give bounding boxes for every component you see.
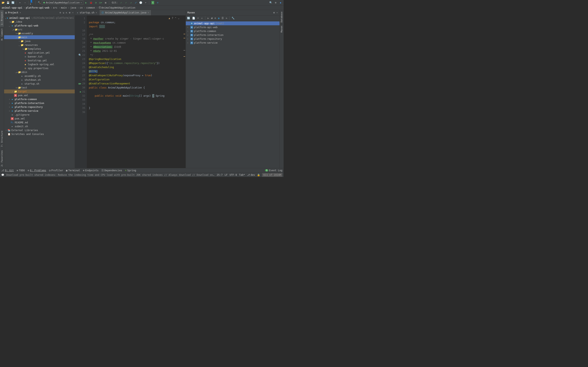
tree-node[interactable]: ▸ submit.sh (4, 124, 75, 128)
inspection-indicator[interactable]: ▲ 7 ⌃ ⌄ (169, 17, 180, 20)
tree-node[interactable]: ›▸📁 templates (4, 47, 75, 51)
tree-scratches[interactable]: 📋 Scratches and Consoles (4, 132, 75, 136)
breadcrumb-item[interactable]: src (53, 6, 60, 9)
git-commit-icon[interactable]: ✓ (124, 0, 128, 5)
git-fetch-icon[interactable]: ⤢ (134, 0, 138, 5)
breadcrumb-item[interactable]: cn (80, 6, 85, 9)
breadcrumb-item[interactable]: common (86, 6, 98, 9)
notifications-icon[interactable]: 💬 (1, 174, 4, 176)
lock-icon[interactable]: 🔒 (257, 174, 260, 176)
run-icon[interactable]: ▶ (84, 0, 88, 5)
assist-icon[interactable]: ◆ (278, 0, 283, 5)
run-config-selector[interactable]: AnimalAppWebApplication ▾ (42, 0, 83, 5)
skip-tests-icon[interactable]: ⊘ (215, 17, 216, 20)
status-message[interactable]: Download pre-built shared indexes: Reduc… (6, 174, 215, 176)
event-log-button[interactable]: 1 Event Log (265, 169, 282, 172)
tree-node[interactable]: ⚙ spy.properties (4, 66, 75, 70)
collapse-icon[interactable]: ⇱ (66, 11, 67, 14)
sync-icon[interactable]: 🔄 (11, 0, 15, 5)
codewithin-icon[interactable]: ⌘ (150, 0, 155, 5)
tree-node[interactable]: ›▪ platform-interaction (4, 101, 75, 105)
tree-node[interactable]: ⌄▸📁 sbin (4, 70, 75, 74)
tree-external-libs[interactable]: ›📚 External Libraries (4, 128, 75, 132)
cursor-position[interactable]: 25:7 (217, 174, 223, 176)
search-icon[interactable]: 🔍 (268, 0, 273, 5)
tree-node[interactable]: ›▸📁 assembly (4, 31, 75, 35)
tree-node[interactable]: ›▪ platform-service (4, 109, 75, 113)
editor-body[interactable]: ▲ 7 ⌃ ⌄ 12161718192021🔍22232425262728◉▶2… (75, 16, 186, 168)
git-history-icon[interactable]: 🕓 (138, 0, 143, 5)
profile-icon[interactable]: ◷▾ (98, 0, 103, 5)
tree-node[interactable]: ▸ shutdown.sh (4, 78, 75, 82)
bottom-tab-profiler[interactable]: ◷ Profiler (49, 169, 63, 172)
tree-node[interactable]: ›▪ platform-common (4, 97, 75, 101)
rail-tab-structure[interactable]: 7: Structure (0, 129, 4, 149)
maven-module[interactable]: ›m platform-service (186, 41, 279, 45)
coverage-icon[interactable]: ◔ (94, 0, 98, 5)
wrench-icon[interactable]: 🔧 (232, 17, 234, 20)
minimize-icon[interactable]: — (277, 11, 278, 14)
open-icon[interactable]: 📂 (1, 0, 5, 5)
line-ending[interactable]: LF (225, 174, 227, 176)
tree-node[interactable]: ›📁 target (4, 90, 75, 93)
settings-icon[interactable]: ⚙ (273, 0, 278, 5)
bottom-tab-terminal[interactable]: ▣ Terminal (66, 169, 80, 172)
tree-node[interactable]: ⌄▸📁 main (4, 35, 75, 39)
rail-tab-favorites[interactable]: 2: Favorites (0, 149, 4, 168)
save-icon[interactable]: 💾 (6, 0, 10, 5)
encoding[interactable]: UTF-8 (230, 174, 237, 176)
bottom-tab-endpoints[interactable]: ⊕ Endpoints (83, 169, 98, 172)
rail-tab-commit[interactable]: 0: Commit (0, 27, 4, 42)
breadcrumb-item[interactable]: ⓒ AnimalAppWebApplication (99, 6, 137, 9)
expand-icon[interactable]: ⇲ (63, 11, 64, 14)
maven-module[interactable]: ›m platform-common (186, 29, 279, 33)
tree-node[interactable]: ›▸📁 .idea (4, 20, 75, 24)
tab-startup[interactable]: ▸ startup.sh × (75, 10, 99, 15)
close-icon[interactable]: × (95, 11, 97, 14)
rail-tab-project[interactable]: 1: Project (0, 10, 4, 27)
tree-node[interactable]: ›▸📁 test (4, 86, 75, 90)
memory-indicator[interactable]: 611 of 1024M (262, 173, 282, 177)
offline-icon[interactable]: ◉ (218, 17, 219, 20)
bottom-tab-todo[interactable]: ≡ TODO (17, 169, 25, 172)
bottom-tab-problems[interactable]: ⊙ 6: Problems (28, 169, 46, 172)
git-push-icon[interactable]: ↗ (129, 0, 133, 5)
tree-node[interactable]: ⌄▪ platform-api-web (4, 24, 75, 27)
maven-module[interactable]: ›m platform-interaction (186, 33, 279, 37)
rail-tab-database[interactable]: Database (280, 10, 283, 24)
gear-icon[interactable]: ⚙ (273, 11, 275, 14)
git-rollback-icon[interactable]: ↶ (143, 0, 148, 5)
tree-node[interactable]: ◆ application.yml (4, 51, 75, 55)
error-stripe[interactable] (183, 16, 186, 168)
tree-node[interactable]: m pom.xml (4, 93, 75, 97)
tree-node[interactable]: m pom.xml (4, 117, 75, 120)
editor-code[interactable]: package cn.common; import ... /** * @aut… (87, 16, 186, 168)
maven-module[interactable]: ›m platform-api-web (186, 25, 279, 29)
breadcrumb-item[interactable]: platform-api-web (26, 6, 52, 9)
breadcrumb-item[interactable]: animal-app-api (2, 6, 25, 9)
debug-icon[interactable]: 🐞 (89, 0, 93, 5)
breadcrumb-item[interactable]: main (61, 6, 69, 9)
tree-node[interactable]: ≡ banner.txt (4, 55, 75, 58)
tree-node[interactable]: ≡ .gitignore (4, 113, 75, 117)
bottom-tab-spring[interactable]: ⚘ Spring (125, 169, 136, 172)
gear-icon[interactable]: ⚙ (69, 11, 70, 14)
back-icon[interactable]: ← (18, 0, 22, 5)
bottom-tab-git[interactable]: ⎇ 9: Git (1, 169, 14, 172)
git-branch[interactable]: ⎇ dev (247, 174, 255, 176)
tree-node[interactable]: ›▪ platform-repository (4, 105, 75, 109)
tree-node[interactable]: M↓ README.md (4, 120, 75, 124)
tree-node[interactable]: ▸ startup.sh (4, 82, 75, 86)
forward-icon[interactable]: → (23, 0, 27, 5)
maven-tree[interactable]: ›m animal-app-api (root) ›m platform-api… (186, 21, 279, 168)
chevron-down-icon[interactable]: ⌄ (178, 17, 180, 20)
hammer-icon[interactable]: 🔨 (37, 0, 42, 5)
collapse-icon[interactable]: ⇱ (226, 17, 227, 20)
tree-node[interactable]: ›📁 java (4, 39, 75, 43)
breadcrumb-item[interactable]: java (70, 6, 79, 9)
reload-icon[interactable]: 🔄 (187, 17, 190, 20)
tree-node[interactable]: ⌄📁 resources (4, 43, 75, 47)
tree-node[interactable]: ◆ logback-spring.xml (4, 62, 75, 66)
generate-icon[interactable]: 📄 (192, 17, 195, 20)
git-update-icon[interactable]: ✓ (119, 0, 123, 5)
